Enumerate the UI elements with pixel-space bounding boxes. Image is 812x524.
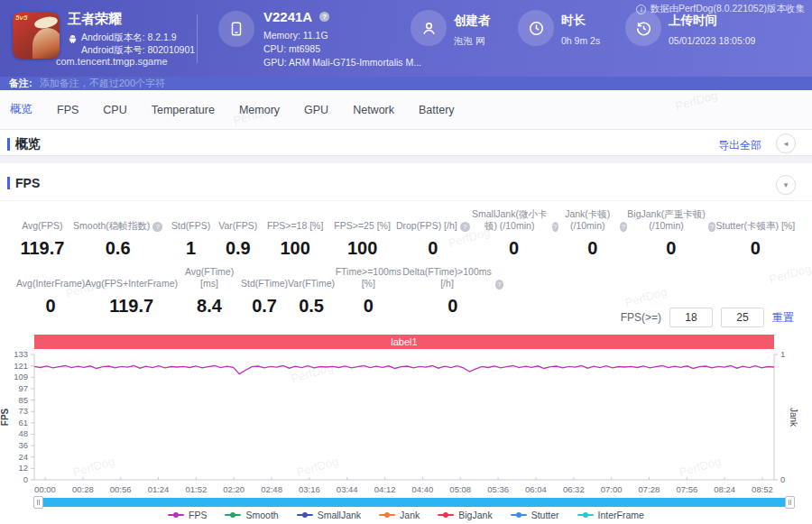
svg-text:73: 73 [18, 406, 28, 416]
fps-max-input[interactable] [721, 308, 764, 327]
info-icon[interactable]: ? [620, 222, 627, 232]
scrollbar-right-handle[interactable] [785, 496, 795, 509]
legend-label: FPS [189, 510, 207, 520]
tab-Battery[interactable]: Battery [419, 104, 455, 116]
legend-smalljank[interactable]: SmallJank [297, 510, 361, 520]
android-version-name: Android版本名: 8.2.1.9 [81, 32, 177, 44]
tab-概览[interactable]: 概览 [10, 102, 32, 117]
device-gpu: GPU: ARM Mali-G715-Immortalis M... [263, 57, 421, 68]
info-icon[interactable]: ? [552, 222, 558, 232]
duration-label: 时长 [561, 13, 586, 29]
divider [0, 200, 812, 201]
legend-jank[interactable]: Jank [379, 510, 420, 520]
fps-panel: FPS ▾ Avg(FPS)119.7Smooth(稳帧指数)?0.6Std(F… [0, 163, 812, 524]
info-icon[interactable]: ? [708, 222, 715, 232]
stat-label: Drop(FPS) [/h] [396, 220, 457, 232]
stat-label: BigJank(严重卡顿) (/10min) [627, 208, 706, 232]
stat-value: 0.5 [299, 296, 324, 317]
svg-text:24: 24 [18, 452, 28, 462]
stat-label: SmallJank(微小卡顿) (/10min) [470, 208, 549, 232]
svg-text:00:56: 00:56 [110, 484, 132, 494]
svg-text:04:12: 04:12 [374, 484, 396, 494]
android-icon [68, 34, 78, 44]
stat-label: Jank(卡顿) (/10min) [558, 208, 617, 232]
stat-value: 119.7 [109, 296, 153, 317]
fps-min-input[interactable] [669, 308, 713, 327]
export-all-link[interactable]: 导出全部 [718, 138, 761, 153]
svg-text:04:40: 04:40 [412, 484, 434, 494]
reset-button[interactable]: 重置 [772, 310, 794, 326]
legend-fps[interactable]: FPS [168, 510, 207, 520]
tab-FPS[interactable]: FPS [57, 104, 78, 116]
stat-label: Var(FTime) [288, 278, 335, 290]
info-icon[interactable]: ? [460, 222, 470, 232]
stat-std-fps-: Std(FPS)1 [168, 207, 215, 259]
info-icon[interactable]: ? [152, 222, 162, 232]
upload-time-icon [625, 10, 661, 46]
svg-text:1: 1 [780, 349, 785, 359]
fps-stats-row-2: Avg(InterFrame)0Avg(FPS+InterFrame)119.7… [16, 265, 503, 317]
svg-text:08:24: 08:24 [714, 484, 735, 494]
svg-text:0: 0 [780, 474, 785, 484]
collapse-fps-button[interactable]: ▾ [776, 175, 796, 195]
chart-label-bar: label1 [34, 335, 774, 349]
note-label: 备注: [9, 77, 32, 90]
svg-text:85: 85 [18, 395, 28, 405]
stat-label: FPS>=18 [%] [267, 220, 323, 232]
stat-label: Avg(FPS+InterFrame) [85, 278, 178, 290]
legend-bigjank[interactable]: BigJank [438, 510, 492, 520]
legend-marker-icon [297, 511, 313, 519]
phone-icon [218, 11, 254, 47]
stat-value: 0 [666, 238, 676, 259]
stat-label: Std(FPS) [171, 220, 210, 232]
scrollbar-left-handle[interactable] [33, 496, 43, 509]
svg-text:00:28: 00:28 [72, 484, 94, 494]
stat-var-fps-: Var(FPS)0.9 [215, 207, 262, 259]
stat-value: 0.9 [226, 238, 251, 259]
note-bar: 备注: 添加备注，不超过200个字符 [0, 77, 812, 90]
legend-label: SmallJank [318, 510, 361, 520]
note-input[interactable]: 添加备注，不超过200个字符 [40, 77, 165, 90]
legend-label: InterFrame [598, 510, 644, 520]
tab-Network[interactable]: Network [353, 104, 394, 116]
legend-marker-icon [225, 511, 241, 519]
tab-GPU[interactable]: GPU [304, 104, 328, 116]
stat-label: FPS>=25 [%] [334, 220, 390, 232]
section-tabbar: 概览FPSCPUTemperatureMemoryGPUNetworkBatte… [0, 90, 812, 130]
legend-stutter[interactable]: Stutter [511, 510, 559, 520]
stat-label: Std(FTime) [241, 278, 288, 290]
tab-Memory[interactable]: Memory [239, 104, 280, 116]
stat-value: 119.7 [20, 238, 64, 259]
report-header: 5v5 王者荣耀 Android版本名: 8.2.1.9 Android版本号:… [0, 0, 812, 77]
stat-value: 100 [347, 238, 377, 259]
device-info-icon[interactable]: ? [319, 12, 329, 22]
chart-scrollbar[interactable] [34, 498, 794, 507]
info-icon[interactable]: ? [495, 280, 503, 290]
legend-marker-icon [168, 511, 184, 519]
creator-icon [411, 10, 447, 46]
stat-avg-interframe-: Avg(InterFrame)0 [16, 265, 85, 317]
collapse-panel-button[interactable]: ◂ [776, 133, 796, 153]
stat-stutter-: Stutter(卡顿率) [%]0 [715, 207, 796, 259]
stat-var-ftime-: Var(FTime)0.5 [288, 265, 335, 317]
app-title: 王者荣耀 [68, 11, 122, 28]
svg-text:Jank: Jank [789, 408, 798, 427]
stat-bigjank-10min-: BigJank(严重卡顿) (/10min)?0 [627, 207, 715, 259]
stat-value: 0 [751, 238, 761, 259]
android-version-code: Android版本号: 802010901 [81, 44, 195, 57]
stat-std-ftime-: Std(FTime)0.7 [241, 265, 288, 317]
fps-chart: 1331211099785736148362412010FPSJank00:00… [0, 349, 812, 498]
svg-text:07:28: 07:28 [639, 484, 660, 494]
svg-text:97: 97 [18, 383, 28, 393]
legend-label: Smooth [245, 510, 278, 520]
stat-value: 0.7 [252, 296, 277, 317]
game-app-icon: 5v5 [13, 12, 60, 59]
legend-interframe[interactable]: InterFrame [577, 510, 644, 520]
tab-CPU[interactable]: CPU [103, 104, 126, 116]
game-icon-badge: 5v5 [15, 14, 27, 22]
stat-avg-fps-interframe-: Avg(FPS+InterFrame)119.7 [85, 265, 178, 317]
stat-value: 0.6 [106, 238, 131, 259]
legend-smooth[interactable]: Smooth [225, 510, 278, 520]
tab-Temperature[interactable]: Temperature [152, 104, 215, 116]
device-cpu: CPU: mt6985 [263, 43, 320, 54]
